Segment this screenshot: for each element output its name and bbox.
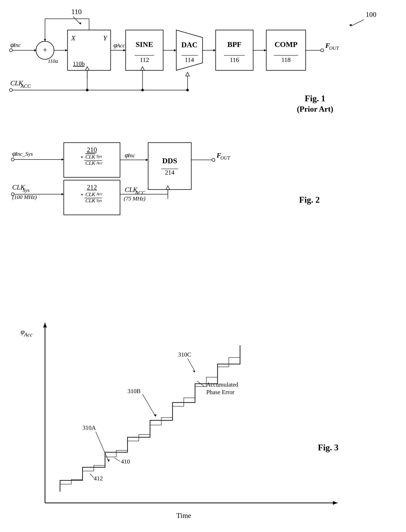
svg-marker-21 (186, 72, 189, 76)
block-212-frac-top-sub: Acc (96, 192, 102, 196)
dac-title: DAC (181, 41, 198, 49)
svg-point-45 (11, 158, 14, 161)
fig3-phase-error-label: Accumulated (206, 381, 238, 388)
adder-symbol: + (43, 46, 47, 54)
fig1-110-ref: 110 (71, 8, 82, 15)
block-210-num: 210 (87, 146, 97, 154)
svg-line-74 (114, 458, 120, 461)
fig2-clk-acc-sub: ACC (135, 190, 145, 196)
svg-point-31 (9, 89, 12, 92)
fig2-clk-sys-freq: (100 MHz) (12, 194, 37, 200)
svg-line-0 (351, 20, 364, 26)
fig2-phi-inc-sys-sub: Inc_Sys (15, 151, 33, 157)
block-210-mul: * (81, 155, 83, 161)
sine-num: 112 (140, 56, 149, 63)
svg-marker-14 (123, 49, 126, 52)
svg-marker-47 (62, 158, 64, 161)
dds-box (148, 143, 191, 190)
block-210-frac-top-sub: Sys (96, 154, 102, 159)
block-212-num: 212 (87, 184, 97, 191)
fig1-fout-sub: OUT (329, 45, 339, 51)
fig2-clk-sys-sub: Sys (22, 187, 29, 193)
block-212-frac-bot: CLK (85, 198, 95, 203)
svg-marker-65 (43, 323, 47, 327)
clk-acc-sub: ACC (20, 83, 31, 89)
block-210-frac-bot-sub: Acc (96, 160, 102, 165)
xy-num: 110b (73, 60, 85, 67)
bpf-box (216, 30, 253, 70)
svg-marker-51 (146, 159, 148, 161)
sine-box (126, 30, 163, 70)
adder-ref: 110a (48, 58, 58, 64)
fig2-clk-acc-freq: (75 MHz) (124, 195, 145, 202)
svg-marker-59 (62, 193, 64, 195)
fig3-time-label: Time (176, 511, 191, 519)
phi-acc-sub: Acc (116, 42, 125, 48)
block-212-frac-top: CLK (85, 192, 95, 197)
svg-marker-71 (154, 414, 157, 417)
fig1-ref-num: 100 (366, 10, 376, 18)
svg-line-72 (188, 358, 195, 372)
fig3-title: Fig. 3 (318, 443, 339, 452)
svg-point-30 (321, 49, 324, 52)
dac-num: 114 (185, 56, 194, 63)
fig3-310b-label: 310B (128, 388, 140, 394)
comp-num: 118 (281, 56, 291, 63)
svg-line-70 (143, 394, 156, 417)
svg-marker-67 (333, 501, 338, 505)
phi-inc-sub: Inc (13, 42, 21, 48)
svg-marker-27 (264, 49, 266, 52)
fig1-title: Fig. 1 (305, 94, 325, 103)
comp-title: COMP (275, 40, 297, 49)
dds-title: DDS (162, 156, 177, 165)
fig3-412-label: 412 (94, 475, 103, 482)
fig2-phi-inc-sub: Inc (128, 152, 135, 158)
svg-marker-9 (65, 49, 67, 52)
fig2-title: Fig. 2 (299, 195, 320, 205)
fig2-fout-sub: OUT (220, 155, 231, 161)
block-210-frac-top: CLK (85, 154, 95, 160)
fig3-310c-label: 310C (178, 351, 191, 358)
sine-title: SINE (136, 40, 153, 49)
block-212-mul: * (81, 192, 83, 198)
fig3-phi-acc-sub: Acc (24, 331, 32, 338)
block-212-frac-bot-sub: Sys (96, 198, 102, 203)
fig3-310a-label: 310A (82, 424, 96, 431)
dds-num: 214 (165, 169, 174, 176)
fig3-phase-error-label2: Phase Error (206, 389, 235, 395)
svg-line-68 (96, 432, 109, 462)
dac-box (176, 30, 203, 70)
fig3-410-label: 410 (121, 458, 130, 465)
xy-x-label: X (71, 34, 76, 42)
bpf-title: BPF (227, 40, 241, 49)
svg-point-4 (9, 49, 12, 52)
svg-marker-19 (174, 49, 176, 52)
comp-box (266, 30, 306, 70)
bpf-num: 116 (230, 56, 239, 63)
block-210-frac-bot: CLK (85, 160, 95, 166)
svg-line-75 (90, 474, 94, 478)
svg-marker-43 (44, 39, 46, 41)
svg-point-56 (212, 158, 215, 161)
page-svg: 100 110 φ Inc + 110a X Y 110b φ Acc SINE… (0, 0, 406, 532)
svg-marker-24 (213, 49, 216, 52)
fig1-subtitle: (Prior Art) (297, 105, 333, 113)
